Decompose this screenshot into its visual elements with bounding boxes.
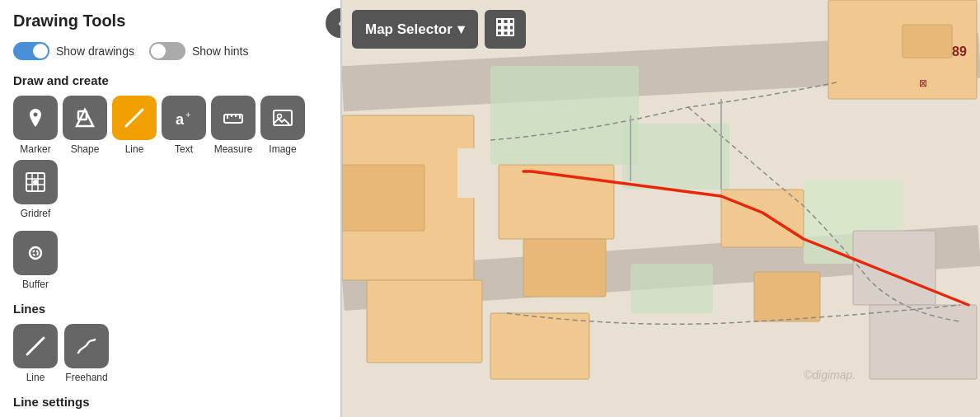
tool-text[interactable]: a+ Text xyxy=(162,96,206,155)
line-settings-title: Line settings xyxy=(13,395,327,409)
image-label: Image xyxy=(269,143,296,155)
show-hints-label: Show hints xyxy=(192,45,248,58)
map-svg: 89 ⊠ ©digimap. xyxy=(342,0,980,417)
svg-line-19 xyxy=(27,338,44,354)
map-area[interactable]: Map Selector ▾ xyxy=(342,0,980,417)
svg-rect-28 xyxy=(509,31,513,36)
image-button[interactable] xyxy=(260,96,305,140)
tool-shape[interactable]: Shape xyxy=(63,96,107,155)
tool-line[interactable]: Line xyxy=(112,96,157,155)
line-button[interactable] xyxy=(112,96,157,140)
svg-rect-33 xyxy=(622,124,729,190)
svg-text:⊠: ⊠ xyxy=(919,77,927,89)
svg-point-10 xyxy=(278,115,282,119)
marker-button[interactable] xyxy=(13,96,58,140)
svg-rect-32 xyxy=(490,66,639,165)
tool-measure[interactable]: Measure xyxy=(211,96,256,155)
svg-rect-50 xyxy=(870,305,977,379)
toggle-row: Show drawings Show hints xyxy=(13,42,327,60)
map-toolbar: Map Selector ▾ xyxy=(352,10,526,49)
show-drawings-switch[interactable] xyxy=(13,42,49,60)
drawing-tools-panel: Drawing Tools ‹ Show drawings Show hints… xyxy=(0,0,342,417)
svg-rect-37 xyxy=(903,25,952,58)
svg-rect-9 xyxy=(274,110,292,125)
svg-line-1 xyxy=(126,110,143,126)
panel-title: Drawing Tools xyxy=(13,12,327,30)
text-button[interactable]: a+ xyxy=(162,96,206,140)
svg-rect-23 xyxy=(497,26,502,30)
buffer-button[interactable] xyxy=(13,231,58,275)
svg-point-18 xyxy=(33,251,38,255)
svg-text:a: a xyxy=(176,111,185,128)
lines-title: Lines xyxy=(13,302,327,316)
draw-create-title: Draw and create xyxy=(13,73,327,87)
tool-gridref[interactable]: Gridref xyxy=(13,160,58,219)
lines-grid: Line Freehand xyxy=(13,324,327,383)
svg-point-16 xyxy=(33,180,38,185)
svg-rect-46 xyxy=(490,313,589,379)
show-hints-toggle[interactable]: Show hints xyxy=(149,42,248,60)
freehand-tool-label: Freehand xyxy=(65,372,107,383)
show-drawings-toggle[interactable]: Show drawings xyxy=(13,42,134,60)
svg-text:+: + xyxy=(185,110,190,119)
svg-rect-35 xyxy=(631,264,713,313)
gridref-button[interactable] xyxy=(13,160,58,204)
svg-rect-48 xyxy=(754,272,820,321)
svg-rect-26 xyxy=(497,31,502,36)
svg-rect-20 xyxy=(497,19,502,24)
svg-text:89: 89 xyxy=(952,45,967,59)
svg-rect-42 xyxy=(367,280,482,363)
svg-rect-27 xyxy=(503,31,508,36)
line-tool-button[interactable] xyxy=(13,324,58,368)
svg-rect-25 xyxy=(509,26,513,30)
show-drawings-label: Show drawings xyxy=(56,45,134,58)
svg-rect-41 xyxy=(342,165,424,231)
measure-button[interactable] xyxy=(211,96,256,140)
line-tool-item[interactable]: Line xyxy=(13,324,58,383)
svg-rect-45 xyxy=(523,239,606,297)
map-selector-button[interactable]: Map Selector ▾ xyxy=(352,10,478,49)
line-tool-label: Line xyxy=(26,372,45,383)
tools-grid: Marker Shape Line a+ Text xyxy=(13,96,327,219)
svg-rect-22 xyxy=(509,19,513,24)
measure-label: Measure xyxy=(214,143,253,155)
map-grid-button[interactable] xyxy=(485,10,526,49)
svg-rect-47 xyxy=(721,190,804,247)
svg-rect-49 xyxy=(853,231,935,305)
svg-text:©digimap.: ©digimap. xyxy=(804,368,856,382)
buffer-row: Buffer xyxy=(13,231,327,290)
tool-marker[interactable]: Marker xyxy=(13,96,58,155)
line-settings-section: Line settings —solid —3pt xyxy=(13,395,327,417)
marker-label: Marker xyxy=(20,143,50,155)
shape-button[interactable] xyxy=(63,96,107,140)
svg-rect-21 xyxy=(503,19,508,24)
shape-label: Shape xyxy=(71,143,100,155)
buffer-label: Buffer xyxy=(22,279,49,290)
grid-icon xyxy=(496,18,514,36)
map-selector-label: Map Selector xyxy=(365,21,452,38)
freehand-tool-button[interactable] xyxy=(64,324,109,368)
map-selector-chevron: ▾ xyxy=(457,21,465,38)
line-label: Line xyxy=(125,143,144,155)
collapse-button[interactable]: ‹ xyxy=(326,8,342,38)
svg-rect-43 xyxy=(457,148,482,198)
tool-image[interactable]: Image xyxy=(260,96,305,155)
show-hints-switch[interactable] xyxy=(149,42,185,60)
gridref-label: Gridref xyxy=(21,208,51,219)
svg-point-17 xyxy=(30,247,41,259)
svg-rect-24 xyxy=(503,26,508,30)
freehand-tool-item[interactable]: Freehand xyxy=(64,324,109,383)
text-label: Text xyxy=(175,143,193,155)
tool-buffer[interactable]: Buffer xyxy=(13,231,58,290)
